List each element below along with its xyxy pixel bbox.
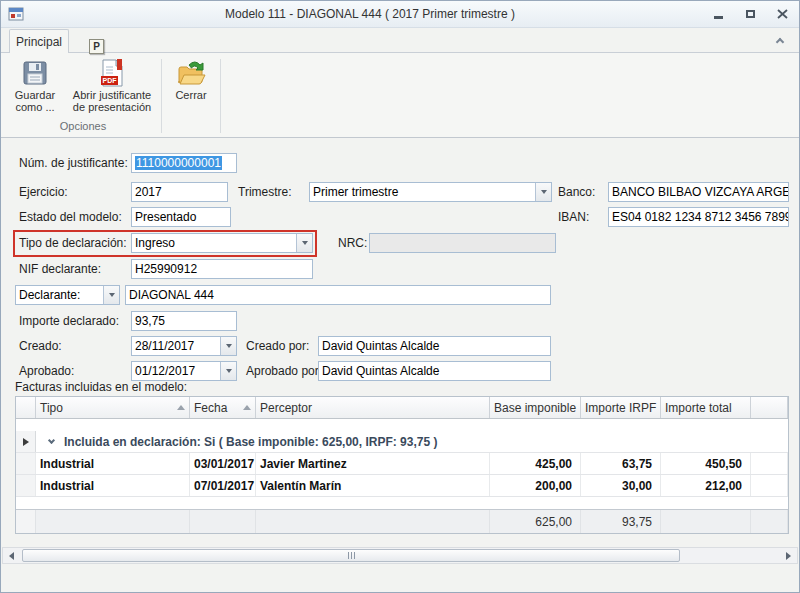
trimestre-combo[interactable]: Primer trimestre xyxy=(309,182,552,202)
cerrar-button[interactable]: Cerrar xyxy=(165,57,217,119)
group-row-cell[interactable]: Incluida en declaración: Si ( Base impon… xyxy=(36,431,788,452)
aprobado-por-label: Aprobado por: xyxy=(246,361,322,381)
ejercicio-field[interactable]: 2017 xyxy=(131,182,228,202)
tab-principal[interactable]: Principal xyxy=(9,29,69,53)
chevron-up-icon xyxy=(776,38,784,46)
horizontal-scrollbar[interactable] xyxy=(2,547,798,564)
column-header-tipo[interactable]: Tipo xyxy=(36,397,190,418)
abrir-label-line1: Abrir justificante xyxy=(73,89,151,101)
sort-ascending-icon xyxy=(243,405,251,410)
column-header-fecha[interactable]: Fecha xyxy=(190,397,256,418)
cell-base-imponible[interactable]: 425,00 xyxy=(490,453,581,474)
cell-filler xyxy=(751,475,788,496)
save-icon xyxy=(20,57,50,89)
facturas-section-label: Facturas incluidas en el modelo: xyxy=(15,377,187,397)
creado-por-field[interactable]: David Quintas Alcalde xyxy=(318,336,551,356)
scroll-left-button[interactable] xyxy=(3,548,20,563)
cell-filler xyxy=(751,453,788,474)
column-header-base-label: Base imponible xyxy=(494,401,576,415)
importe-declarado-label: Importe declarado: xyxy=(19,311,119,331)
nrc-label: NRC: xyxy=(338,233,367,253)
nif-declarante-field[interactable]: H25990912 xyxy=(131,259,313,279)
declarante-selector-label: Declarante: xyxy=(19,288,80,302)
summary-importe-irpf: 93,75 xyxy=(581,510,661,533)
cell-tipo[interactable]: Industrial xyxy=(36,453,190,474)
table-row[interactable]: Industrial 03/01/2017 Javier Martinez 42… xyxy=(16,453,788,475)
aprobado-por-field[interactable]: David Quintas Alcalde xyxy=(318,361,551,381)
scroll-right-button[interactable] xyxy=(780,548,797,563)
banco-label: Banco: xyxy=(558,182,595,202)
sort-ascending-icon xyxy=(177,405,185,410)
banco-field[interactable]: BANCO BILBAO VIZCAYA ARGENTARIA xyxy=(608,182,789,202)
column-header-perceptor[interactable]: Perceptor xyxy=(256,397,490,418)
dropdown-arrow-icon[interactable] xyxy=(103,286,119,304)
declarante-field[interactable]: DIAGONAL 444 xyxy=(125,285,551,305)
cell-importe-total[interactable]: 212,00 xyxy=(661,475,751,496)
group-expand-icon[interactable] xyxy=(48,437,55,444)
dropdown-arrow-icon[interactable] xyxy=(296,234,312,252)
scrollbar-track[interactable] xyxy=(20,548,780,563)
cell-fecha[interactable]: 07/01/2017 xyxy=(190,475,256,496)
ribbon-collapse-button[interactable] xyxy=(771,34,789,49)
num-justificante-label: Núm. de justificante: xyxy=(19,153,128,173)
ribbon: Guardar como ... PDF Abrir justificante … xyxy=(1,52,799,138)
scrollbar-thumb[interactable] xyxy=(22,549,680,562)
thumb-grip-icon xyxy=(351,552,352,559)
guardar-label-line1: Guardar xyxy=(15,89,55,101)
importe-declarado-field[interactable]: 93,75 xyxy=(131,311,237,331)
cell-tipo[interactable]: Industrial xyxy=(36,475,190,496)
row-indicator-cell xyxy=(16,510,36,533)
row-indicator-cell xyxy=(16,431,36,452)
cell-importe-total[interactable]: 450,50 xyxy=(661,453,751,474)
table-row[interactable]: Industrial 07/01/2017 Valentín Marín 200… xyxy=(16,475,788,497)
thumb-grip-icon xyxy=(348,552,349,559)
column-header-importe-total[interactable]: Importe total xyxy=(661,397,751,418)
cell-importe-irpf[interactable]: 63,75 xyxy=(581,453,661,474)
group-row-text: Incluida en declaración: Si ( Base impon… xyxy=(64,435,437,449)
estado-field[interactable]: Presentado xyxy=(131,207,231,227)
column-header-filler xyxy=(751,397,788,418)
nif-declarante-label: NIF declarante: xyxy=(19,259,101,279)
dropdown-arrow-icon[interactable] xyxy=(535,183,551,201)
trimestre-value: Primer trimestre xyxy=(313,185,398,199)
nrc-field[interactable] xyxy=(369,233,556,253)
cell-importe-irpf[interactable]: 30,00 xyxy=(581,475,661,496)
tipo-declaracion-combo[interactable]: Ingreso xyxy=(131,233,313,253)
keytip-badge: P xyxy=(89,39,104,54)
column-header-base-imponible[interactable]: Base imponible xyxy=(490,397,581,418)
title-bar: Modelo 111 - DIAGONAL 444 ( 2017 Primer … xyxy=(1,1,799,28)
facturas-grid: Tipo Fecha Perceptor Base imponible Impo… xyxy=(15,396,789,534)
thumb-grip-icon xyxy=(354,552,355,559)
summary-empty xyxy=(190,510,256,533)
column-header-importe-irpf[interactable]: Importe IRPF xyxy=(581,397,661,418)
cell-perceptor[interactable]: Javier Martinez xyxy=(256,453,490,474)
group-row[interactable]: Incluida en declaración: Si ( Base impon… xyxy=(16,431,788,453)
grid-empty-area xyxy=(16,497,788,509)
creado-date-field[interactable]: 28/11/2017 xyxy=(131,336,237,356)
ribbon-tab-row: Principal xyxy=(1,28,799,52)
cell-base-imponible[interactable]: 200,00 xyxy=(490,475,581,496)
close-icon xyxy=(777,9,788,19)
dropdown-arrow-icon[interactable] xyxy=(220,362,236,380)
trimestre-label: Trimestre: xyxy=(238,182,292,202)
minimize-icon xyxy=(714,16,723,19)
minimize-button[interactable] xyxy=(709,6,727,22)
dropdown-arrow-icon[interactable] xyxy=(220,337,236,355)
creado-label: Creado: xyxy=(19,336,62,356)
iban-field[interactable]: ES04 0182 1234 8712 3456 7899 xyxy=(608,207,789,227)
opciones-group-label: Opciones xyxy=(7,120,159,132)
tipo-declaracion-value: Ingreso xyxy=(135,236,175,250)
num-justificante-field[interactable]: 1110000000001 xyxy=(131,153,237,173)
row-indicator-icon xyxy=(23,438,29,446)
num-justificante-value: 1110000000001 xyxy=(135,156,222,170)
cerrar-label: Cerrar xyxy=(175,89,206,101)
arrow-left-icon xyxy=(9,552,14,560)
guardar-como-button[interactable]: Guardar como ... xyxy=(7,57,63,119)
close-form-folder-icon xyxy=(176,57,206,89)
cell-fecha[interactable]: 03/01/2017 xyxy=(190,453,256,474)
restore-button[interactable] xyxy=(741,6,759,22)
cell-perceptor[interactable]: Valentín Marín xyxy=(256,475,490,496)
abrir-justificante-button[interactable]: PDF Abrir justificante de presentación xyxy=(65,57,159,119)
declarante-selector[interactable]: Declarante: xyxy=(15,285,120,305)
close-button[interactable] xyxy=(773,6,791,22)
